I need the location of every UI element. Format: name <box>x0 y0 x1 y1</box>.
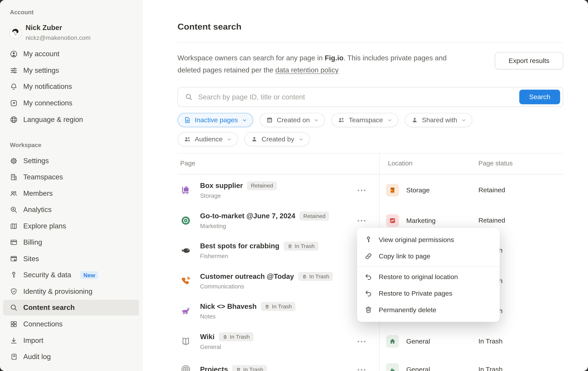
badge-label: In Trash <box>309 273 329 279</box>
chevron-down-icon <box>461 118 466 123</box>
page-status: In Trash <box>478 338 503 345</box>
row-menu-button[interactable]: ••• <box>357 187 367 193</box>
page-title-cell[interactable]: Nick <> Bhavesh <box>200 302 257 311</box>
page-title-cell[interactable]: Best spots for crabbing <box>200 242 279 250</box>
sidebar-item-my-settings[interactable]: My settings <box>3 63 139 78</box>
filter-label: Audience <box>195 135 223 143</box>
search-icon <box>185 93 193 101</box>
sidebar-item-language-region[interactable]: Language & region <box>3 112 139 127</box>
target-rings-icon <box>180 364 191 371</box>
phone-icon <box>180 276 191 286</box>
key-icon <box>10 271 18 279</box>
trash-icon <box>287 244 292 249</box>
scroll-icon <box>10 353 18 361</box>
sidebar-item-audit-log[interactable]: Audit log <box>3 349 139 365</box>
sidebar-item-content-search[interactable]: Content search <box>3 300 139 316</box>
workspace-section-label: Workspace <box>10 142 42 148</box>
menu-item-copy-link[interactable]: Copy link to page <box>357 248 500 265</box>
credit-card-icon <box>10 238 18 246</box>
map-icon <box>10 222 18 230</box>
page-title-cell[interactable]: Wiki <box>200 333 215 341</box>
sidebar-item-import[interactable]: Import <box>3 333 139 349</box>
trash-icon <box>302 274 307 279</box>
page-title-cell[interactable]: Customer outreach @Today <box>200 272 294 281</box>
import-icon <box>10 337 18 345</box>
sidebar-item-security-data[interactable]: Security & data New <box>3 267 139 283</box>
page-status: In Trash <box>478 366 503 371</box>
sidebar-item-label: Security & data <box>23 271 71 279</box>
filter-label: Created by <box>262 135 294 143</box>
undo-arrow-icon <box>364 289 373 297</box>
filter-created-on[interactable]: Created on <box>260 113 325 127</box>
filter-audience[interactable]: Audience <box>178 132 238 146</box>
sidebar-item-my-notifications[interactable]: My notifications <box>3 79 139 95</box>
sidebar-item-identity-provisioning[interactable]: Identity & provisioning <box>3 284 139 299</box>
page-subtitle: General <box>200 344 254 350</box>
page-subtitle: Fishermen <box>200 253 318 260</box>
avatar[interactable] <box>9 27 22 39</box>
sidebar-item-my-connections[interactable]: My connections <box>3 95 139 111</box>
luggage-cart-icon <box>180 185 191 195</box>
row-menu-button[interactable]: ••• <box>357 366 367 371</box>
filter-created-by[interactable]: Created by <box>244 132 309 146</box>
table-row: ProjectsIn Trash ••• General In Trash <box>178 354 563 371</box>
sidebar-item-label: Members <box>23 190 53 198</box>
sidebar-item-label: Language & region <box>23 116 83 124</box>
sidebar-item-settings[interactable]: Settings <box>3 153 139 169</box>
sidebar-item-members[interactable]: Members <box>3 186 139 201</box>
sidebar-item-billing[interactable]: Billing <box>3 234 139 250</box>
row-menu-button[interactable]: ••• <box>357 217 367 224</box>
table-header-divider <box>178 174 563 174</box>
data-retention-policy-link[interactable]: data retention policy <box>275 66 338 74</box>
sidebar-item-connections[interactable]: Connections <box>3 316 139 332</box>
page-description: Workspace owners can search for any page… <box>178 52 472 76</box>
sidebar-item-teamspaces[interactable]: Teamspaces <box>3 169 139 185</box>
menu-item-permanently-delete[interactable]: Permanently delete <box>357 302 500 318</box>
menu-item-restore-original-location[interactable]: Restore to original location <box>357 268 500 285</box>
sidebar-item-label: My account <box>23 50 59 58</box>
key-icon <box>364 236 373 244</box>
search-input[interactable] <box>178 87 563 107</box>
sidebar-item-sites[interactable]: Sites <box>3 251 139 267</box>
filter-teamspace[interactable]: Teamspace <box>332 113 398 127</box>
building-icon <box>10 173 18 181</box>
sidebar-item-label: Analytics <box>23 206 52 214</box>
trash-icon <box>265 304 270 309</box>
sidebar-item-my-account[interactable]: My account <box>3 46 139 62</box>
page-title-cell[interactable]: Projects <box>200 365 228 371</box>
row-menu-button[interactable]: ••• <box>357 338 367 345</box>
sidebar-item-explore-plans[interactable]: Explore plans <box>3 218 139 234</box>
target-disc-icon <box>180 215 191 226</box>
badge-label: Retained <box>251 183 273 189</box>
page-title-cell[interactable]: Box supplier <box>200 181 243 190</box>
filter-inactive-pages[interactable]: Inactive pages <box>178 113 253 127</box>
page-title-cell[interactable]: Go-to-market @June 7, 2024 <box>200 212 295 220</box>
page-status: Retained <box>478 186 505 194</box>
status-badge: In Trash <box>261 302 296 311</box>
title-divider <box>178 42 563 43</box>
sidebar-item-label: My connections <box>23 99 73 107</box>
search-button[interactable]: Search <box>519 90 560 104</box>
filter-shared-with[interactable]: Shared with <box>405 113 472 127</box>
column-header-page: Page <box>180 160 195 167</box>
page-subtitle: Communications <box>200 283 333 290</box>
page-icon <box>184 116 191 124</box>
table-top-border <box>178 153 563 153</box>
status-badge: Retained <box>300 212 329 221</box>
person-circle-icon <box>10 50 18 58</box>
menu-item-label: Permanently delete <box>379 306 436 314</box>
export-results-button[interactable]: Export results <box>495 52 563 69</box>
description-text: Workspace owners can search for any page… <box>178 54 325 62</box>
menu-item-restore-private-pages[interactable]: Restore to Private pages <box>357 285 500 302</box>
trash-icon <box>364 306 373 314</box>
notion-settings-window: Account Nick Zuber nickz@makenotion.com … <box>0 0 588 371</box>
filter-label: Created on <box>277 116 310 124</box>
mountain-icon <box>386 363 399 371</box>
sidebar-item-label: Import <box>23 337 43 345</box>
status-badge: In Trash <box>232 365 267 371</box>
row-context-menu: View original permissions Copy link to p… <box>357 228 500 322</box>
menu-item-view-original-permissions[interactable]: View original permissions <box>357 232 500 248</box>
sidebar-item-analytics[interactable]: Analytics <box>3 202 139 218</box>
status-badge: Retained <box>247 181 277 190</box>
workspace-name: Fig.io <box>325 54 344 62</box>
